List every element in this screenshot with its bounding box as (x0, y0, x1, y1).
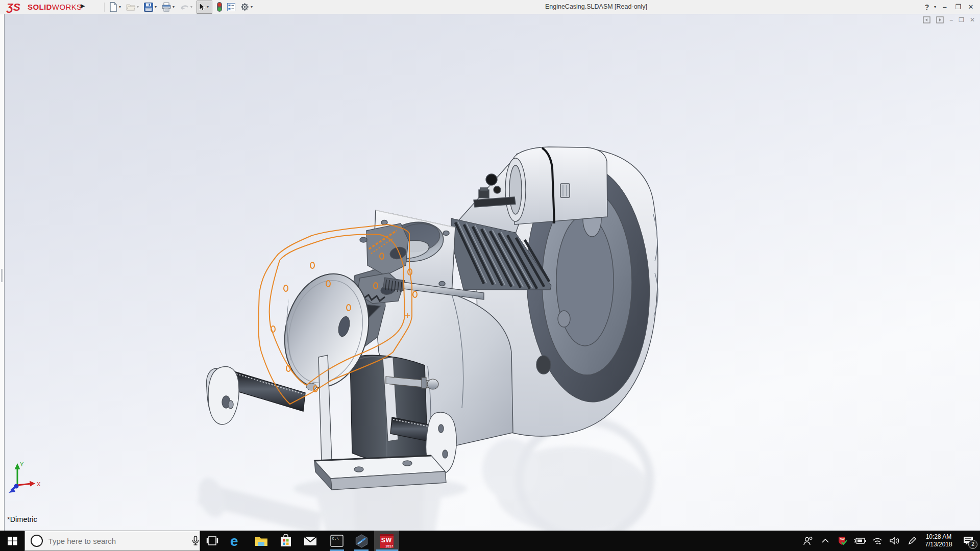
network-button[interactable] (869, 531, 886, 551)
new-document-button[interactable]: ▾ (108, 1, 124, 13)
save-button[interactable]: ▾ (143, 1, 160, 13)
wifi-icon (872, 537, 883, 545)
chevron-up-icon (822, 539, 829, 543)
help-button[interactable]: ? (922, 3, 932, 11)
y-axis-arrow (15, 463, 20, 469)
document-window-controls: – ❐ ✕ (923, 16, 975, 23)
open-button[interactable]: ▾ (125, 1, 142, 13)
restore-button[interactable]: ❐ (951, 3, 965, 11)
display-options-icon (227, 3, 236, 12)
toolbar-separator (104, 3, 105, 12)
print-icon (161, 2, 172, 12)
select-button[interactable]: ▾ (197, 1, 212, 14)
taskbar-search[interactable] (24, 531, 200, 551)
doc-restore-button[interactable]: ❐ (959, 16, 964, 23)
doc-close-button[interactable]: ✕ (970, 16, 975, 23)
people-button[interactable] (799, 531, 817, 551)
microphone-icon[interactable] (191, 536, 200, 546)
splitter-grip[interactable] (1, 269, 3, 282)
clock-time: 10:28 AM (922, 533, 955, 541)
svg-text:ƷS: ƷS (6, 1, 20, 13)
solidworks-monitor-button[interactable]: SW (834, 531, 851, 551)
open-dropdown[interactable]: ▾ (137, 5, 141, 9)
volume-button[interactable] (886, 531, 903, 551)
sw-shield-check-icon: SW (838, 536, 848, 546)
open-icon (126, 3, 136, 12)
y-axis-label: Y (20, 461, 24, 467)
start-button[interactable] (0, 531, 24, 551)
new-document-icon (109, 2, 118, 12)
display-options-button[interactable] (226, 1, 236, 13)
right-pane-toggle-icon[interactable] (936, 16, 944, 23)
feature-manager-splitter[interactable] (0, 14, 5, 531)
hexagon-app-icon (355, 534, 369, 548)
options-button[interactable]: ▾ (239, 1, 256, 13)
toolbar-flyout-arrow[interactable]: ▶ (81, 3, 85, 9)
power-button[interactable] (851, 531, 869, 551)
windows-ink-button[interactable] (903, 531, 921, 551)
hidden-icons-button[interactable] (817, 531, 834, 551)
people-icon (803, 536, 813, 545)
svg-text:e: e (230, 534, 238, 548)
task-view-icon (206, 536, 218, 546)
mail-icon (304, 536, 317, 546)
store-icon (280, 534, 292, 547)
close-button[interactable]: ✕ (965, 3, 977, 11)
engine-casing-model (5, 14, 980, 531)
task-view-button[interactable] (200, 531, 225, 551)
logo-text-works: WORKS (52, 3, 82, 11)
left-pane-toggle-icon[interactable] (923, 16, 930, 23)
notification-badge: 2 (968, 540, 977, 549)
svg-text:SW: SW (840, 538, 845, 541)
save-icon (143, 2, 154, 12)
select-cursor-icon (198, 3, 206, 12)
undo-dropdown[interactable]: ▾ (190, 5, 195, 9)
selection-traffic-light-button[interactable] (216, 1, 223, 13)
undo-button[interactable]: ▾ (179, 1, 195, 13)
help-dropdown[interactable]: ▾ (932, 5, 938, 9)
print-dropdown[interactable]: ▾ (173, 5, 177, 9)
traffic-light-icon (216, 2, 223, 12)
options-dropdown[interactable]: ▾ (251, 5, 255, 9)
doc-minimize-button[interactable]: – (949, 16, 953, 23)
edge-icon: e (230, 534, 244, 548)
minimize-button[interactable]: – (938, 3, 951, 11)
select-dropdown[interactable]: ▾ (207, 5, 211, 9)
taskbar-clock[interactable]: 10:28 AM 7/13/2018 (922, 533, 955, 548)
document-title: EngineCasing.SLDASM [Read-only] (530, 3, 663, 10)
speaker-icon (890, 537, 900, 545)
3d-viewport[interactable]: – ❐ ✕ (5, 14, 980, 531)
file-explorer-icon (255, 536, 268, 546)
store-button[interactable] (274, 531, 298, 551)
window-controls: ? ▾ – ❐ ✕ (922, 0, 977, 14)
search-input[interactable] (47, 536, 175, 546)
battery-plug-icon (854, 537, 866, 544)
action-center-button[interactable]: 2 (957, 531, 980, 551)
command-prompt-button[interactable]: C:\_ (325, 531, 349, 551)
new-dropdown[interactable]: ▾ (119, 5, 124, 9)
solidworks-logo: ƷS SOLIDWORKS (6, 1, 82, 13)
command-prompt-icon: C:\_ (330, 535, 344, 547)
gear-icon (240, 2, 250, 12)
svg-text:C:\_: C:\_ (332, 537, 342, 541)
mail-button[interactable] (298, 531, 323, 551)
save-dropdown[interactable]: ▾ (155, 5, 159, 9)
clock-date: 7/13/2018 (922, 541, 955, 548)
logo-text-solid: SOLID (28, 3, 52, 11)
orientation-triad[interactable]: Y X (5, 458, 48, 499)
x-axis-arrow (30, 481, 35, 487)
cortana-icon (31, 535, 43, 547)
orientation-label: *Dimetric (7, 515, 37, 523)
undo-icon (179, 3, 189, 12)
edge-button[interactable]: e (225, 531, 249, 551)
windows-logo-icon (8, 537, 17, 545)
solidworks-taskbar-button[interactable]: SW 2017 (374, 531, 399, 551)
taskbar: e C:\_ (0, 531, 980, 551)
solidworks-logo-mark-icon: ƷS (6, 1, 28, 13)
print-button[interactable]: ▾ (161, 1, 178, 13)
pen-icon (908, 536, 917, 545)
system-tray: SW (799, 531, 980, 551)
hexagon-app-button[interactable] (349, 531, 374, 551)
file-explorer-button[interactable] (249, 531, 274, 551)
quick-access-toolbar: ▾ ▾ ▾ (101, 0, 256, 14)
